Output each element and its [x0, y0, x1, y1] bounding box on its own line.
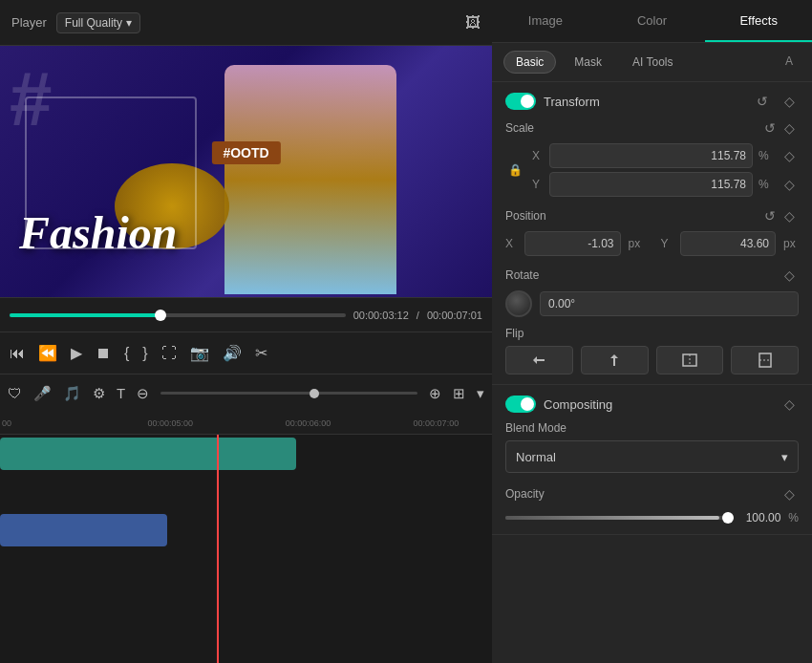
scale-x-keyframe[interactable]: ◇ [780, 146, 799, 165]
scale-y-label: Y [532, 178, 544, 191]
compositing-label: Compositing [544, 397, 772, 412]
scale-inputs: 🔒 X % ◇ Y % ◇ [505, 143, 799, 197]
lock-icon[interactable]: 🔒 [505, 163, 524, 177]
compositing-keyframe-icon[interactable]: ◇ [780, 395, 799, 414]
scale-keyframe-icon[interactable]: ◇ [780, 118, 799, 138]
hashtag-badge: #OOTD [211, 141, 280, 164]
playhead[interactable] [217, 435, 219, 663]
person-figure [224, 65, 396, 294]
scale-x-input[interactable] [549, 143, 753, 168]
position-reset-icon[interactable]: ↺ [760, 206, 780, 225]
quality-label: Full Quality [65, 16, 122, 30]
position-group: Position ↺ ◇ X px Y px [505, 206, 799, 256]
time-separator: / [417, 310, 419, 321]
pos-y-label: Y [661, 237, 673, 250]
opacity-slider[interactable] [505, 516, 730, 520]
flip-h-btn[interactable] [505, 346, 573, 374]
subtab-basic[interactable]: Basic [503, 51, 556, 74]
image-icon: 🖼 [465, 14, 481, 32]
position-inputs: X px Y px [505, 231, 799, 256]
compositing-section: Compositing ◇ Blend Mode Normal ▾ Opacit… [492, 385, 812, 535]
grid-btn[interactable]: ⊞ [453, 385, 465, 402]
flip-group: Flip [505, 327, 799, 374]
position-keyframe-icon[interactable]: ◇ [780, 206, 799, 225]
skip-back-btn[interactable]: ⏮ [10, 345, 25, 362]
transform-toggle[interactable] [505, 93, 536, 110]
zoom-slider[interactable] [160, 392, 417, 395]
scale-reset-icon[interactable]: ↺ [760, 118, 780, 138]
fullscreen-btn[interactable]: ⛶ [161, 345, 177, 362]
add-text-btn[interactable]: T [117, 385, 125, 401]
opacity-keyframe-icon[interactable]: ◇ [780, 484, 799, 503]
track-btn[interactable]: 🎵 [63, 385, 81, 402]
scale-group: Scale ↺ ◇ 🔒 X % ◇ Y [505, 118, 799, 197]
zoom-thumb[interactable] [310, 389, 319, 398]
scale-y-row: Y % ◇ [532, 172, 799, 197]
scale-y-input[interactable] [549, 172, 753, 197]
subtab-a: A [778, 51, 801, 74]
keyframe-icon[interactable]: ◇ [780, 92, 799, 111]
flip-header: Flip [505, 327, 799, 340]
zoom-in-btn[interactable]: ⊕ [429, 385, 441, 402]
flip-v-icon [608, 353, 621, 368]
snapshot-btn[interactable]: 📷 [190, 344, 209, 362]
pos-x-input[interactable] [524, 231, 621, 256]
bracket-close-btn[interactable]: } [142, 345, 147, 362]
position-label: Position [505, 209, 760, 223]
rotate-dial[interactable] [505, 290, 532, 317]
scale-x-row: X % ◇ [532, 143, 799, 168]
opacity-thumb[interactable] [722, 512, 734, 524]
opacity-value: 100.00 [737, 511, 780, 524]
quality-arrow: ▾ [126, 16, 132, 30]
tab-image[interactable]: Image [492, 0, 599, 42]
reset-icon[interactable]: ↺ [753, 92, 772, 111]
scale-y-keyframe[interactable]: ◇ [780, 175, 799, 194]
blend-mode-value: Normal [516, 450, 556, 464]
subtab-mask[interactable]: Mask [562, 51, 614, 74]
player-label: Player [11, 15, 47, 30]
stop-btn[interactable]: ⏹ [96, 345, 111, 362]
bracket-open-btn[interactable]: { [124, 345, 129, 362]
opacity-fill [505, 516, 719, 520]
shield-icon[interactable]: 🛡 [8, 385, 22, 401]
right-tabs: Image Color Effects [492, 0, 812, 43]
video-frame: # #OOTD Fashion [0, 46, 492, 297]
clip-blue[interactable] [0, 514, 167, 546]
left-panel: Player Full Quality ▾ 🖼 # #OOTD Fashion [0, 0, 492, 663]
total-time: 00:00:07:01 [427, 310, 482, 321]
opacity-group: Opacity ◇ 100.00 % [505, 484, 799, 524]
track-2 [0, 473, 492, 511]
blend-mode-select[interactable]: Normal ▾ [505, 440, 799, 473]
more-btn[interactable]: ▾ [477, 385, 484, 402]
progress-bar[interactable] [10, 313, 346, 317]
subtab-ai[interactable]: AI Tools [620, 51, 685, 74]
rotate-keyframe-icon[interactable]: ◇ [780, 266, 799, 285]
flip-v-btn[interactable] [581, 346, 649, 374]
quality-select[interactable]: Full Quality ▾ [56, 12, 140, 33]
sketch-frame [25, 96, 197, 249]
mic-btn[interactable]: 🎤 [33, 385, 52, 402]
group-btn[interactable]: ⚙ [93, 385, 105, 402]
transform-header: Transform ↺ ◇ [505, 92, 799, 111]
tab-effects[interactable]: Effects [705, 0, 812, 42]
rotate-input[interactable] [540, 291, 799, 316]
play-btn[interactable]: ▶ [71, 344, 82, 362]
zoom-out-btn[interactable]: ⊖ [137, 385, 149, 402]
progress-thumb[interactable] [155, 310, 166, 321]
flip-btn-4[interactable] [731, 346, 799, 374]
playback-bar: 00:00:03:12 / 00:00:07:01 [0, 297, 492, 332]
frame-back-btn[interactable]: ⏪ [38, 344, 57, 362]
timeline-ruler: 00 00:00:05:00 00:00:06:00 00:00:07:00 [0, 412, 492, 435]
scale-header: Scale ↺ ◇ [505, 118, 799, 138]
compositing-toggle[interactable] [505, 396, 536, 413]
position-header: Position ↺ ◇ [505, 206, 799, 225]
flip-btn-3[interactable] [656, 346, 724, 374]
clip-teal[interactable] [0, 438, 296, 470]
pos-y-input[interactable] [680, 231, 777, 256]
blend-arrow: ▾ [781, 450, 788, 464]
crop-btn[interactable]: ✂ [255, 344, 267, 362]
volume-btn[interactable]: 🔊 [223, 344, 242, 362]
tab-color[interactable]: Color [599, 0, 706, 42]
timeline-toolbar: 🛡 🎤 🎵 ⚙ T ⊖ ⊕ ⊞ ▾ [0, 374, 492, 412]
scale-x-label: X [532, 149, 544, 162]
